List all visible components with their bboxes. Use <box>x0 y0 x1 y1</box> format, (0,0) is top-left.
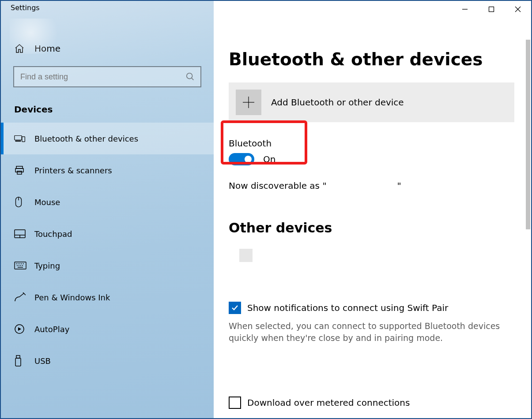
settings-sidebar: Settings Home Devices <box>1 1 214 418</box>
sidebar-item-label: Typing <box>34 261 60 270</box>
sidebar-item-bluetooth-devices[interactable]: Bluetooth & other devices <box>1 123 214 154</box>
maximize-button[interactable] <box>478 1 505 18</box>
category-heading: Devices <box>14 104 214 115</box>
sidebar-item-label: Touchpad <box>34 229 72 239</box>
touchpad-icon <box>14 229 34 238</box>
autoplay-icon <box>14 324 34 334</box>
add-device-label: Add Bluetooth or other device <box>271 97 404 108</box>
sidebar-item-label: AutoPlay <box>34 325 69 334</box>
sidebar-item-usb[interactable]: USB <box>1 345 214 377</box>
minimize-button[interactable] <box>452 1 478 18</box>
sidebar-item-printers[interactable]: Printers & scanners <box>1 154 214 186</box>
metered-row: Download over metered connections <box>229 397 531 409</box>
usb-icon <box>14 355 34 367</box>
swift-pair-label: Show notifications to connect using Swif… <box>247 303 448 313</box>
page-title: Bluetooth & other devices <box>214 30 531 69</box>
search-icon <box>185 72 195 82</box>
bluetooth-label: Bluetooth <box>229 138 531 149</box>
main-content: Bluetooth & other devices Add Bluetooth … <box>214 1 531 418</box>
sidebar-item-mouse[interactable]: Mouse <box>1 186 214 218</box>
toggle-knob <box>245 156 252 163</box>
sidebar-item-touchpad[interactable]: Touchpad <box>1 218 214 250</box>
app-title: Settings <box>1 1 214 16</box>
bluetooth-devices-icon <box>14 134 34 143</box>
swift-pair-checkbox[interactable] <box>229 302 241 314</box>
titlebar <box>214 1 531 19</box>
svg-point-0 <box>187 73 192 79</box>
add-device-button[interactable]: Add Bluetooth or other device <box>229 82 514 122</box>
home-label: Home <box>34 43 60 54</box>
svg-rect-25 <box>15 358 21 366</box>
search-input[interactable] <box>13 66 201 87</box>
sidebar-item-label: Pen & Windows Ink <box>34 293 110 302</box>
close-button[interactable] <box>505 1 531 18</box>
pen-icon <box>14 292 34 302</box>
metered-label: Download over metered connections <box>247 397 410 408</box>
sidebar-item-label: USB <box>34 356 51 366</box>
swift-pair-row: Show notifications to connect using Swif… <box>229 302 531 314</box>
sidebar-home[interactable]: Home <box>14 43 214 54</box>
sidebar-item-typing[interactable]: Typing <box>1 250 214 281</box>
sidebar-item-pen[interactable]: Pen & Windows Ink <box>1 281 214 313</box>
sidebar-item-label: Mouse <box>34 198 60 207</box>
svg-rect-1 <box>15 136 22 140</box>
svg-rect-3 <box>22 137 25 142</box>
sidebar-item-autoplay[interactable]: AutoPlay <box>1 313 214 345</box>
plus-icon <box>236 90 261 115</box>
svg-rect-6 <box>17 171 22 174</box>
scrollbar-thumb[interactable] <box>526 40 530 229</box>
swift-pair-description: When selected, you can connect to suppor… <box>229 320 505 344</box>
search-wrap <box>13 66 201 87</box>
printer-icon <box>14 165 34 176</box>
bluetooth-toggle[interactable] <box>229 153 254 165</box>
device-item-placeholder[interactable] <box>239 249 253 262</box>
svg-rect-27 <box>489 7 494 12</box>
sidebar-nav: Bluetooth & other devices Printers & sca… <box>1 123 214 377</box>
other-devices-heading: Other devices <box>229 220 531 236</box>
svg-rect-24 <box>16 355 20 358</box>
metered-checkbox[interactable] <box>229 397 241 409</box>
bluetooth-state: On <box>263 154 275 165</box>
mouse-icon <box>14 196 34 208</box>
sidebar-item-label: Printers & scanners <box>34 166 112 175</box>
svg-rect-2 <box>15 141 20 142</box>
bluetooth-section: Bluetooth On <box>229 138 531 165</box>
home-icon <box>14 43 34 54</box>
sidebar-item-label: Bluetooth & other devices <box>34 134 138 143</box>
discoverable-text: Now discoverable as "" <box>229 180 531 191</box>
keyboard-icon <box>14 262 34 269</box>
svg-rect-5 <box>15 168 23 172</box>
